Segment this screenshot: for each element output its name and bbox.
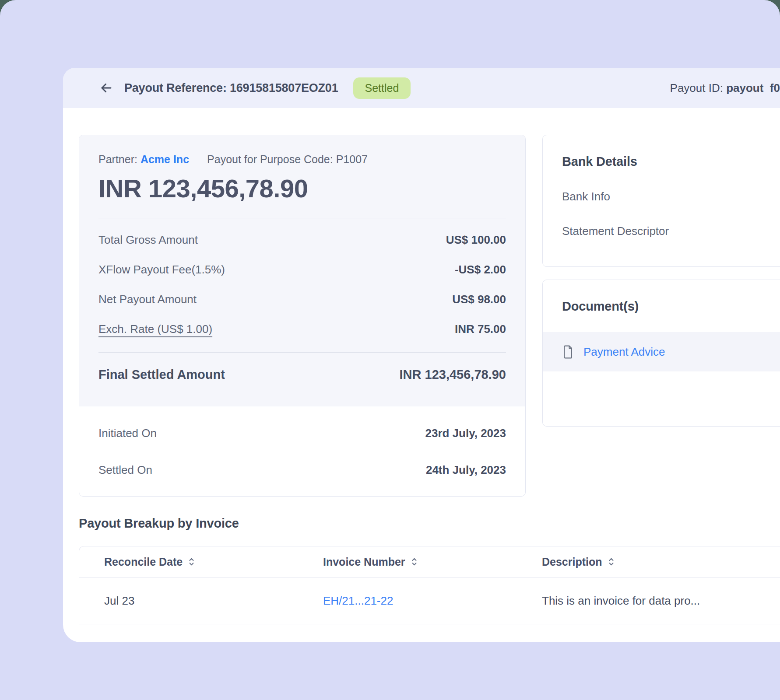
sort-icon bbox=[608, 556, 615, 567]
row-value: -US$ 2.00 bbox=[455, 263, 506, 276]
row-label: Initiated On bbox=[98, 427, 157, 440]
exchange-rate-label[interactable]: Exch. Rate (US$ 1.00) bbox=[98, 322, 212, 336]
file-icon bbox=[562, 345, 574, 359]
sort-icon bbox=[188, 556, 195, 567]
row-label: Total Gross Amount bbox=[98, 233, 198, 247]
breakup-title: Payout Breakup by Invoice bbox=[79, 516, 239, 531]
divider bbox=[98, 218, 506, 218]
row-value: INR 75.00 bbox=[455, 322, 506, 336]
row-value: 24th July, 2023 bbox=[426, 463, 506, 477]
payment-advice-link[interactable]: Payment Advice bbox=[583, 345, 665, 359]
payout-summary-card: Partner: Acme Inc Payout for Purpose Cod… bbox=[79, 135, 526, 497]
summary-dates-section: Initiated On 23rd July, 2023 Settled On … bbox=[79, 406, 525, 497]
documents-title: Document(s) bbox=[543, 299, 780, 314]
column-label: Reconcile Date bbox=[104, 556, 183, 568]
column-label: Description bbox=[542, 556, 602, 568]
app-background: Payout Reference: 16915815807EOZ01 Settl… bbox=[0, 0, 780, 700]
vertical-divider bbox=[198, 153, 198, 166]
divider bbox=[98, 352, 506, 353]
column-header-description[interactable]: Description bbox=[542, 556, 780, 568]
back-button[interactable] bbox=[99, 80, 114, 95]
invoice-table: Reconcile Date Invoice Number bbox=[79, 546, 780, 642]
statement-descriptor-item: Statement Descriptor bbox=[562, 224, 771, 238]
column-label: Invoice Number bbox=[323, 556, 405, 568]
payout-detail-window: Payout Reference: 16915815807EOZ01 Settl… bbox=[63, 68, 780, 642]
payout-id: Payout ID: payout_f0 bbox=[670, 81, 780, 95]
row-value: US$ 98.00 bbox=[452, 293, 506, 306]
row-label: Settled On bbox=[98, 463, 152, 477]
partner-line: Partner: Acme Inc Payout for Purpose Cod… bbox=[98, 153, 506, 166]
sort-icon bbox=[411, 556, 418, 567]
documents-card: Document(s) Payment Advice bbox=[542, 280, 780, 427]
status-badge: Settled bbox=[353, 77, 411, 99]
date-row: Settled On 24th July, 2023 bbox=[98, 463, 506, 477]
partner-label: Partner: bbox=[98, 153, 141, 166]
summary-row: Total Gross Amount US$ 100.00 bbox=[98, 233, 506, 247]
header-bar: Payout Reference: 16915815807EOZ01 Settl… bbox=[63, 68, 780, 108]
payout-id-value: payout_f0 bbox=[726, 81, 780, 94]
bank-info-item: Bank Info bbox=[562, 190, 771, 203]
final-settled-row: Final Settled Amount INR 123,456,78.90 bbox=[98, 368, 506, 382]
bank-details-title: Bank Details bbox=[562, 154, 771, 169]
row-value: US$ 100.00 bbox=[446, 233, 506, 247]
date-row: Initiated On 23rd July, 2023 bbox=[98, 427, 506, 440]
summary-row: XFlow Payout Fee(1.5%) -US$ 2.00 bbox=[98, 263, 506, 276]
table-row: Jul 23 EH/21...21-22 This is an invoice … bbox=[79, 578, 780, 624]
invoice-number-link[interactable]: EH/21...21-22 bbox=[323, 594, 393, 607]
bank-details-card: Bank Details Bank Info Statement Descrip… bbox=[542, 135, 780, 267]
partner-link[interactable]: Acme Inc bbox=[141, 153, 189, 166]
purpose-code-text: Payout for Purpose Code: P1007 bbox=[207, 153, 368, 166]
column-header-reconcile-date[interactable]: Reconcile Date bbox=[79, 556, 323, 568]
row-value: 23rd July, 2023 bbox=[425, 427, 506, 440]
summary-row: Net Payout Amount US$ 98.00 bbox=[98, 293, 506, 306]
description-cell: This is an invoice for data pro... bbox=[542, 594, 780, 608]
summary-amount-section: Partner: Acme Inc Payout for Purpose Cod… bbox=[79, 135, 525, 406]
row-label: Net Payout Amount bbox=[98, 293, 197, 306]
table-header-row: Reconcile Date Invoice Number bbox=[79, 546, 780, 578]
page-title: Payout Reference: 16915815807EOZ01 bbox=[124, 81, 338, 95]
row-value: INR 123,456,78.90 bbox=[400, 368, 506, 382]
payout-id-label: Payout ID: bbox=[670, 81, 727, 94]
summary-row: Exch. Rate (US$ 1.00) INR 75.00 bbox=[98, 322, 506, 336]
document-list-item: Payment Advice bbox=[543, 332, 780, 371]
invoice-number-cell: EH/21...21-22 bbox=[323, 594, 542, 608]
reconcile-date-cell: Jul 23 bbox=[79, 594, 323, 608]
payout-amount: INR 123,456,78.90 bbox=[98, 174, 506, 203]
arrow-left-icon bbox=[99, 81, 113, 95]
table-row bbox=[79, 624, 780, 642]
row-label: Final Settled Amount bbox=[98, 368, 225, 382]
row-label: XFlow Payout Fee(1.5%) bbox=[98, 263, 225, 276]
column-header-invoice-number[interactable]: Invoice Number bbox=[323, 556, 542, 568]
